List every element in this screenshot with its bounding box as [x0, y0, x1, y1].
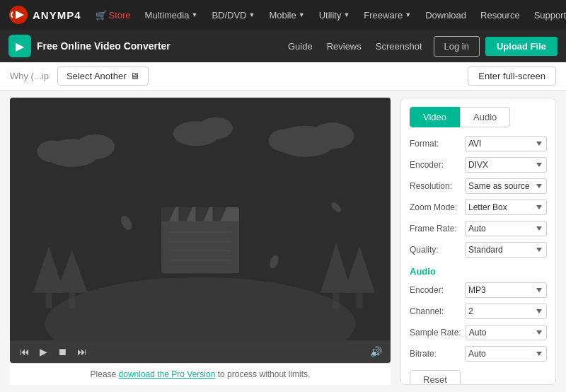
sub-nav: ▶ Free Online Video Converter Guide Revi… [0, 30, 566, 62]
chevron-icon: ▼ [343, 11, 350, 18]
format-row: Format: AVI [410, 136, 547, 151]
toolbar: Why (...ip Select Another 🖥 Enter full-s… [0, 62, 566, 91]
tab-video[interactable]: Video [410, 107, 460, 127]
audio-encoder-select[interactable]: MP3 [465, 282, 547, 298]
resolution-label: Resolution: [410, 181, 461, 191]
encoder-video-row: Encoder: DIVX [410, 157, 547, 173]
svg-rect-13 [46, 293, 52, 309]
fullscreen-button[interactable]: Enter full-screen [468, 67, 556, 86]
channel-row: Channel: 2 [410, 304, 547, 319]
zoom-label: Zoom Mode: [410, 202, 461, 212]
resolution-select[interactable]: Same as source [465, 178, 547, 194]
tab-audio[interactable]: Audio [460, 107, 510, 127]
sub-login-button[interactable]: Log in [434, 36, 480, 57]
video-player [10, 98, 391, 340]
reviews-link[interactable]: Reviews [327, 41, 362, 52]
samplerate-label: Sample Rate: [410, 328, 461, 338]
store-cart-icon: 🛒 [96, 10, 107, 21]
channel-select[interactable]: 2 [465, 304, 547, 319]
svg-point-8 [269, 129, 303, 152]
nav-store[interactable]: 🛒 Store [90, 7, 137, 23]
app-name: Free Online Video Converter [37, 40, 171, 52]
main-content: ⏮ ▶ ⏹ ⏭ 🔊 Please download the Pro Versio… [0, 91, 566, 392]
svg-point-5 [37, 141, 68, 163]
logo-area: ANYMP4 [8, 5, 81, 25]
chevron-icon: ▼ [249, 11, 255, 18]
audio-section-title: Audio [410, 266, 547, 277]
nav-mobile[interactable]: Mobile ▼ [263, 7, 310, 23]
bitrate-label: Bitrate: [410, 349, 461, 359]
app-logo-icon: ▶ [8, 35, 31, 57]
stop-button[interactable]: ⏹ [56, 345, 69, 359]
bitrate-select[interactable]: Auto [465, 346, 547, 362]
chevron-icon: ▼ [405, 11, 411, 18]
framerate-row: Frame Rate: Auto [410, 221, 547, 236]
nav-freeware[interactable]: Freeware ▼ [358, 7, 417, 23]
framerate-label: Frame Rate: [410, 224, 461, 234]
nav-multimedia[interactable]: Multimedia ▼ [139, 7, 204, 23]
top-nav: ANYMP4 🛒 Store Multimedia ▼ BD/DVD ▼ Mob… [0, 0, 566, 30]
play-button[interactable]: ▶ [38, 345, 49, 359]
encoder-video-label: Encoder: [410, 160, 461, 170]
nav-download[interactable]: Download [420, 7, 472, 23]
bitrate-row: Bitrate: Auto [410, 346, 547, 362]
settings-panel: Video Audio Format: AVI Encoder: DIVX Re… [400, 98, 556, 385]
svg-rect-20 [161, 215, 239, 273]
video-placeholder [10, 98, 391, 340]
why-text: Why (...ip [10, 71, 49, 81]
upload-file-button[interactable]: Upload File [485, 37, 558, 56]
logo-text: ANYMP4 [33, 9, 81, 21]
chevron-icon: ▼ [299, 11, 305, 18]
bottom-message: Please download the Pro Version to proce… [10, 363, 391, 385]
zoom-select[interactable]: Letter Box [465, 200, 547, 215]
video-controls: ⏮ ▶ ⏹ ⏭ 🔊 [10, 340, 391, 363]
format-label: Format: [410, 139, 461, 149]
logo-icon [8, 5, 28, 25]
guide-link[interactable]: Guide [288, 41, 313, 52]
samplerate-select[interactable]: Auto [466, 325, 547, 340]
nav-utility[interactable]: Utility ▼ [313, 7, 356, 23]
audio-encoder-row: Encoder: MP3 [410, 282, 547, 298]
resolution-row: Resolution: Same as source [410, 178, 547, 194]
pro-version-link[interactable]: download the Pro Version [119, 369, 216, 379]
svg-point-4 [76, 134, 115, 159]
zoom-row: Zoom Mode: Letter Box [410, 200, 547, 215]
sub-logo-area: ▶ Free Online Video Converter [8, 35, 171, 57]
tab-row: Video Audio [410, 107, 547, 127]
nav-support[interactable]: Support [529, 7, 566, 23]
quality-select[interactable]: Standard [465, 242, 547, 258]
framerate-select[interactable]: Auto [465, 221, 547, 236]
sub-nav-links: Guide Reviews Screenshot [288, 41, 422, 52]
monitor-icon: 🖥 [130, 71, 139, 81]
quality-label: Quality: [410, 245, 461, 255]
samplerate-row: Sample Rate: Auto [410, 325, 547, 340]
encoder-video-select[interactable]: DIVX [465, 157, 547, 173]
forward-button[interactable]: ⏭ [76, 345, 88, 359]
nav-resource[interactable]: Resource [475, 7, 526, 23]
chevron-icon: ▼ [191, 11, 197, 18]
svg-point-7 [311, 122, 354, 149]
nav-bddvd[interactable]: BD/DVD ▼ [206, 7, 260, 23]
rewind-button[interactable]: ⏮ [18, 345, 31, 359]
video-section: ⏮ ▶ ⏹ ⏭ 🔊 Please download the Pro Versio… [10, 98, 391, 385]
volume-icon: 🔊 [370, 346, 382, 357]
select-another-button[interactable]: Select Another 🖥 [57, 67, 149, 86]
svg-rect-18 [357, 293, 363, 309]
quality-row: Quality: Standard [410, 242, 547, 258]
reset-button[interactable]: Reset [410, 370, 461, 385]
audio-encoder-label: Encoder: [410, 285, 461, 295]
svg-point-10 [199, 117, 233, 139]
screenshot-link[interactable]: Screenshot [376, 41, 422, 52]
channel-label: Channel: [410, 306, 461, 316]
format-select[interactable]: AVI [465, 136, 547, 151]
